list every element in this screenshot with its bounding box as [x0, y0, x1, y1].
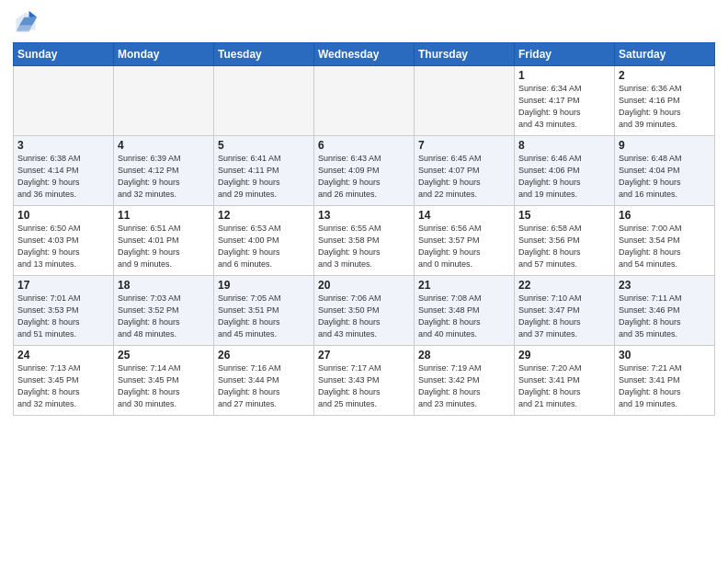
- calendar-cell: 19Sunrise: 7:05 AM Sunset: 3:51 PM Dayli…: [214, 276, 314, 346]
- day-number: 10: [17, 209, 109, 222]
- calendar-cell: 10Sunrise: 6:50 AM Sunset: 4:03 PM Dayli…: [14, 206, 114, 276]
- day-info: Sunrise: 6:51 AM Sunset: 4:01 PM Dayligh…: [118, 223, 210, 270]
- day-info: Sunrise: 7:13 AM Sunset: 3:45 PM Dayligh…: [17, 362, 109, 410]
- day-info: Sunrise: 6:48 AM Sunset: 4:04 PM Dayligh…: [619, 153, 711, 201]
- calendar-cell: 12Sunrise: 6:53 AM Sunset: 4:00 PM Dayli…: [214, 206, 314, 276]
- calendar-cell: 18Sunrise: 7:03 AM Sunset: 3:52 PM Dayli…: [114, 276, 214, 346]
- weekday-header-monday: Monday: [114, 43, 214, 66]
- weekday-header-tuesday: Tuesday: [214, 43, 314, 66]
- calendar-cell: 29Sunrise: 7:20 AM Sunset: 3:41 PM Dayli…: [515, 346, 615, 416]
- day-number: 3: [17, 139, 109, 152]
- day-info: Sunrise: 6:43 AM Sunset: 4:09 PM Dayligh…: [318, 153, 410, 201]
- weekday-header-sunday: Sunday: [14, 43, 114, 66]
- day-info: Sunrise: 7:17 AM Sunset: 3:43 PM Dayligh…: [318, 362, 410, 410]
- day-number: 17: [17, 279, 109, 292]
- day-info: Sunrise: 6:34 AM Sunset: 4:17 PM Dayligh…: [518, 83, 610, 131]
- day-info: Sunrise: 7:14 AM Sunset: 3:45 PM Dayligh…: [118, 362, 210, 410]
- day-info: Sunrise: 7:06 AM Sunset: 3:50 PM Dayligh…: [318, 293, 410, 340]
- day-info: Sunrise: 6:46 AM Sunset: 4:06 PM Dayligh…: [518, 153, 610, 201]
- day-number: 16: [619, 209, 711, 222]
- day-info: Sunrise: 7:21 AM Sunset: 3:41 PM Dayligh…: [619, 362, 711, 410]
- weekday-header-friday: Friday: [515, 43, 615, 66]
- page-header: [13, 9, 715, 35]
- calendar-cell: [114, 66, 214, 136]
- weekday-header-wednesday: Wednesday: [314, 43, 415, 66]
- calendar-cell: 6Sunrise: 6:43 AM Sunset: 4:09 PM Daylig…: [314, 136, 415, 206]
- day-info: Sunrise: 7:11 AM Sunset: 3:46 PM Dayligh…: [619, 293, 711, 340]
- calendar-cell: 3Sunrise: 6:38 AM Sunset: 4:14 PM Daylig…: [14, 136, 114, 206]
- svg-marker-1: [29, 11, 38, 17]
- logo: [13, 9, 42, 35]
- weekday-header-thursday: Thursday: [415, 43, 515, 66]
- day-number: 12: [218, 209, 310, 222]
- calendar-cell: 4Sunrise: 6:39 AM Sunset: 4:12 PM Daylig…: [114, 136, 214, 206]
- day-number: 24: [17, 349, 109, 362]
- day-number: 6: [318, 139, 410, 152]
- calendar-cell: 16Sunrise: 7:00 AM Sunset: 3:54 PM Dayli…: [615, 206, 715, 276]
- day-number: 23: [619, 279, 711, 292]
- day-info: Sunrise: 6:36 AM Sunset: 4:16 PM Dayligh…: [619, 83, 711, 131]
- day-number: 11: [118, 209, 210, 222]
- day-number: 27: [318, 349, 410, 362]
- calendar-cell: 28Sunrise: 7:19 AM Sunset: 3:42 PM Dayli…: [415, 346, 515, 416]
- day-info: Sunrise: 7:08 AM Sunset: 3:48 PM Dayligh…: [418, 293, 510, 340]
- day-info: Sunrise: 7:10 AM Sunset: 3:47 PM Dayligh…: [518, 293, 610, 340]
- day-number: 20: [318, 279, 410, 292]
- day-info: Sunrise: 7:05 AM Sunset: 3:51 PM Dayligh…: [218, 293, 310, 340]
- weekday-header-saturday: Saturday: [615, 43, 715, 66]
- day-info: Sunrise: 7:03 AM Sunset: 3:52 PM Dayligh…: [118, 293, 210, 340]
- calendar-cell: 17Sunrise: 7:01 AM Sunset: 3:53 PM Dayli…: [14, 276, 114, 346]
- calendar-cell: 25Sunrise: 7:14 AM Sunset: 3:45 PM Dayli…: [114, 346, 214, 416]
- calendar-cell: 22Sunrise: 7:10 AM Sunset: 3:47 PM Dayli…: [515, 276, 615, 346]
- day-number: 9: [619, 139, 711, 152]
- day-info: Sunrise: 6:56 AM Sunset: 3:57 PM Dayligh…: [418, 223, 510, 270]
- calendar-cell: [14, 66, 114, 136]
- day-number: 25: [118, 349, 210, 362]
- day-info: Sunrise: 6:55 AM Sunset: 3:58 PM Dayligh…: [318, 223, 410, 270]
- calendar-cell: 11Sunrise: 6:51 AM Sunset: 4:01 PM Dayli…: [114, 206, 214, 276]
- calendar-cell: 5Sunrise: 6:41 AM Sunset: 4:11 PM Daylig…: [214, 136, 314, 206]
- calendar-cell: [214, 66, 314, 136]
- day-number: 19: [218, 279, 310, 292]
- calendar-cell: 14Sunrise: 6:56 AM Sunset: 3:57 PM Dayli…: [415, 206, 515, 276]
- calendar-week-row: 10Sunrise: 6:50 AM Sunset: 4:03 PM Dayli…: [14, 206, 715, 276]
- day-info: Sunrise: 6:58 AM Sunset: 3:56 PM Dayligh…: [518, 223, 610, 270]
- day-number: 30: [619, 349, 711, 362]
- day-number: 28: [418, 349, 510, 362]
- day-number: 21: [418, 279, 510, 292]
- day-number: 29: [518, 349, 610, 362]
- calendar-week-row: 3Sunrise: 6:38 AM Sunset: 4:14 PM Daylig…: [14, 136, 715, 206]
- day-number: 22: [518, 279, 610, 292]
- day-info: Sunrise: 6:50 AM Sunset: 4:03 PM Dayligh…: [17, 223, 109, 270]
- calendar-cell: 13Sunrise: 6:55 AM Sunset: 3:58 PM Dayli…: [314, 206, 415, 276]
- calendar-cell: [314, 66, 415, 136]
- day-info: Sunrise: 6:41 AM Sunset: 4:11 PM Dayligh…: [218, 153, 310, 201]
- calendar-cell: 23Sunrise: 7:11 AM Sunset: 3:46 PM Dayli…: [615, 276, 715, 346]
- calendar-cell: 8Sunrise: 6:46 AM Sunset: 4:06 PM Daylig…: [515, 136, 615, 206]
- calendar-cell: 26Sunrise: 7:16 AM Sunset: 3:44 PM Dayli…: [214, 346, 314, 416]
- day-number: 7: [418, 139, 510, 152]
- day-number: 14: [418, 209, 510, 222]
- day-info: Sunrise: 7:00 AM Sunset: 3:54 PM Dayligh…: [619, 223, 711, 270]
- calendar-week-row: 1Sunrise: 6:34 AM Sunset: 4:17 PM Daylig…: [14, 66, 715, 136]
- day-number: 13: [318, 209, 410, 222]
- logo-icon: [13, 9, 39, 35]
- day-info: Sunrise: 6:39 AM Sunset: 4:12 PM Dayligh…: [118, 153, 210, 201]
- day-info: Sunrise: 7:01 AM Sunset: 3:53 PM Dayligh…: [17, 293, 109, 340]
- day-number: 2: [619, 69, 711, 82]
- calendar-cell: 9Sunrise: 6:48 AM Sunset: 4:04 PM Daylig…: [615, 136, 715, 206]
- day-info: Sunrise: 6:38 AM Sunset: 4:14 PM Dayligh…: [17, 153, 109, 201]
- day-info: Sunrise: 7:16 AM Sunset: 3:44 PM Dayligh…: [218, 362, 310, 410]
- calendar-cell: 7Sunrise: 6:45 AM Sunset: 4:07 PM Daylig…: [415, 136, 515, 206]
- calendar-table: SundayMondayTuesdayWednesdayThursdayFrid…: [13, 42, 715, 416]
- day-number: 8: [518, 139, 610, 152]
- day-info: Sunrise: 6:53 AM Sunset: 4:00 PM Dayligh…: [218, 223, 310, 270]
- calendar-cell: 24Sunrise: 7:13 AM Sunset: 3:45 PM Dayli…: [14, 346, 114, 416]
- day-number: 26: [218, 349, 310, 362]
- day-number: 18: [118, 279, 210, 292]
- calendar-cell: 1Sunrise: 6:34 AM Sunset: 4:17 PM Daylig…: [515, 66, 615, 136]
- calendar-cell: 27Sunrise: 7:17 AM Sunset: 3:43 PM Dayli…: [314, 346, 415, 416]
- day-number: 15: [518, 209, 610, 222]
- weekday-header-row: SundayMondayTuesdayWednesdayThursdayFrid…: [14, 43, 715, 66]
- calendar-week-row: 24Sunrise: 7:13 AM Sunset: 3:45 PM Dayli…: [14, 346, 715, 416]
